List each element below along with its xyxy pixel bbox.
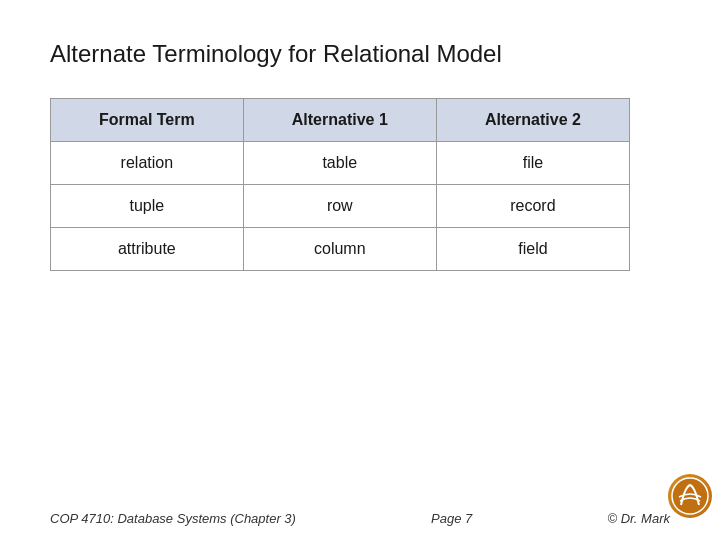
footer-author: © Dr. Mark [607,511,670,526]
footer: COP 4710: Database Systems (Chapter 3) P… [0,511,720,526]
header-alternative-2: Alternative 2 [436,99,629,142]
cell-r1-c0: tuple [51,185,244,228]
slide-title: Alternate Terminology for Relational Mod… [50,40,670,68]
table-row: attributecolumnfield [51,228,630,271]
cell-r1-c2: record [436,185,629,228]
cell-r1-c1: row [243,185,436,228]
footer-logo [668,474,712,518]
cell-r2-c2: field [436,228,629,271]
terminology-table: Formal Term Alternative 1 Alternative 2 … [50,98,630,271]
cell-r2-c0: attribute [51,228,244,271]
cell-r2-c1: column [243,228,436,271]
footer-left: COP 4710: Database Systems (Chapter 3) [50,511,296,526]
footer-course: COP 4710: Database Systems (Chapter 3) [50,511,296,526]
table-row: relationtablefile [51,142,630,185]
table-body: relationtablefiletuplerowrecordattribute… [51,142,630,271]
cell-r0-c0: relation [51,142,244,185]
table-row: tuplerowrecord [51,185,630,228]
footer-page: Page 7 [431,511,472,526]
slide-container: Alternate Terminology for Relational Mod… [0,0,720,540]
university-logo [668,474,712,518]
table-wrapper: Formal Term Alternative 1 Alternative 2 … [50,98,670,271]
cell-r0-c2: file [436,142,629,185]
table-header-row: Formal Term Alternative 1 Alternative 2 [51,99,630,142]
cell-r0-c1: table [243,142,436,185]
header-formal-term: Formal Term [51,99,244,142]
header-alternative-1: Alternative 1 [243,99,436,142]
